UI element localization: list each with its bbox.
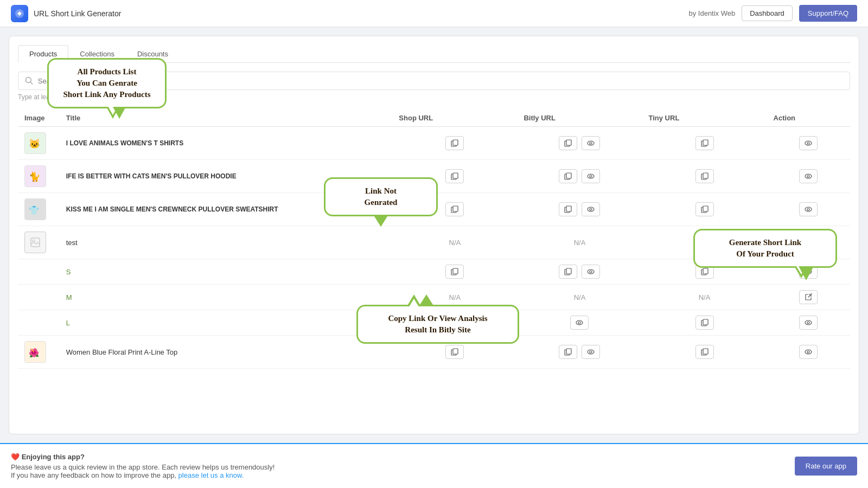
row4-title: test <box>60 226 393 259</box>
table-row: 🌺 Women Blue Floral Print A-Line Top <box>18 336 850 369</box>
copy-shopurl-btn[interactable] <box>445 316 464 330</box>
row4-bitlyurl: N/A <box>517 226 642 259</box>
na-text: N/A <box>449 239 461 247</box>
external-link-btn[interactable] <box>799 290 818 304</box>
row3-bitlyurl <box>517 193 642 226</box>
svg-rect-29 <box>566 206 571 211</box>
svg-rect-62 <box>453 349 458 354</box>
view-bitly-btn[interactable] <box>570 316 589 330</box>
row6-shopurl: N/A <box>392 285 517 310</box>
view-action-btn[interactable] <box>799 316 818 330</box>
view-bitly-btn[interactable] <box>582 345 600 359</box>
view-bitly-btn[interactable] <box>582 202 600 216</box>
view-action-btn[interactable] <box>799 169 818 183</box>
row1-image: 🐱 <box>18 127 60 160</box>
copy-bitly-btn[interactable] <box>559 345 577 359</box>
row7-tinyurl <box>642 310 767 336</box>
table-row: L <box>18 310 850 336</box>
view-action-btn[interactable] <box>799 202 818 216</box>
copy-tiny-btn[interactable] <box>695 202 714 216</box>
copy-shopurl-btn[interactable] <box>445 345 464 359</box>
app-title: URL Short Link Generator <box>34 9 121 18</box>
footer-link[interactable]: please let us a know. <box>178 471 244 479</box>
view-action-btn[interactable] <box>799 136 818 150</box>
svg-rect-27 <box>453 206 458 211</box>
footer-text2: If you have any feedback on how to impro… <box>11 471 275 479</box>
variant-label: M <box>66 293 72 301</box>
tab-discounts[interactable]: Discounts <box>126 45 180 62</box>
row6-variant: M <box>60 285 393 310</box>
product-thumbnail-placeholder <box>24 232 46 253</box>
dashboard-button[interactable]: Dashboard <box>742 5 793 21</box>
copy-tiny-btn[interactable] <box>695 316 714 330</box>
footer: ❤️ Enjoying this app? Please leave us a … <box>0 443 868 488</box>
view-bitly-btn[interactable] <box>582 169 600 183</box>
row1-tinyurl <box>642 127 767 160</box>
svg-point-50 <box>805 269 812 274</box>
copy-bitly-btn[interactable] <box>559 136 577 150</box>
copy-shopurl-btn[interactable] <box>445 169 464 183</box>
top-right-section: by Identix Web Dashboard Support/FAQ <box>688 5 857 22</box>
row2-bitlyurl <box>517 160 642 193</box>
svg-rect-39 <box>703 239 708 245</box>
table-row: test N/A N/A <box>18 226 850 259</box>
copy-tiny-btn[interactable] <box>695 235 714 249</box>
view-action-btn[interactable] <box>799 265 818 279</box>
copy-bitly-btn[interactable] <box>559 265 577 279</box>
table-row: S <box>18 259 850 285</box>
na-text: N/A <box>699 293 711 301</box>
copy-shopurl-btn[interactable] <box>445 136 464 150</box>
row5-variant: S <box>60 259 393 285</box>
copy-bitly-btn[interactable] <box>559 169 577 183</box>
svg-rect-22 <box>703 173 708 178</box>
product-thumbnail: 👕 <box>24 198 46 220</box>
table-row: 🐱 I LOVE ANIMALS WOMEN'S T SHIRTS <box>18 127 850 160</box>
table-row: 🐈 IFE IS BETTER WITH CATS MEN'S PULLOVER… <box>18 160 850 193</box>
copy-tiny-btn[interactable] <box>695 345 714 359</box>
svg-rect-16 <box>453 173 458 178</box>
row1-bitlyurl <box>517 127 642 160</box>
svg-point-40 <box>805 240 812 245</box>
svg-point-24 <box>807 175 809 177</box>
copy-shopurl-btn[interactable] <box>445 265 464 279</box>
row8-bitlyurl <box>517 336 642 369</box>
tab-collections[interactable]: Collections <box>68 45 126 62</box>
variant-label: S <box>66 268 71 276</box>
svg-rect-11 <box>703 140 708 145</box>
row8-title: Women Blue Floral Print A-Line Top <box>60 336 393 369</box>
svg-point-54 <box>576 320 583 325</box>
copy-bitly-btn[interactable] <box>559 202 577 216</box>
svg-point-12 <box>805 141 812 145</box>
main-content: All Products List You Can Genrate Short … <box>9 36 859 434</box>
products-table: Image Title Shop URL Bitly URL Tiny URL … <box>18 110 850 369</box>
copy-tiny-btn[interactable] <box>695 169 714 183</box>
search-hint: Type at least 3 characters <box>18 93 850 101</box>
row7-shopurl <box>392 310 517 336</box>
search-bar <box>18 72 850 90</box>
view-bitly-btn[interactable] <box>582 136 600 150</box>
copy-shopurl-btn[interactable] <box>445 202 464 216</box>
svg-rect-33 <box>703 206 708 211</box>
row2-image: 🐈 <box>18 160 60 193</box>
view-action-btn[interactable] <box>799 345 818 359</box>
copy-tiny-btn[interactable] <box>695 265 714 279</box>
row1-action <box>767 127 850 160</box>
row7-variant: L <box>60 310 393 336</box>
view-bitly-btn[interactable] <box>582 265 600 279</box>
product-thumbnail: 🌺 <box>24 341 46 363</box>
tab-products[interactable]: Products <box>18 45 68 63</box>
view-action-btn[interactable] <box>799 235 818 249</box>
rate-app-button[interactable]: Rate our app <box>795 457 857 476</box>
support-button[interactable]: Support/FAQ <box>799 5 857 22</box>
tabs-container: Products Collections Discounts <box>18 45 850 63</box>
by-text: by Identix Web <box>688 9 735 17</box>
table-row: 👕 KISS ME I AM SINGLE MEN'S CREWNECK PUL… <box>18 193 850 226</box>
svg-point-34 <box>805 207 812 211</box>
row3-tinyurl <box>642 193 767 226</box>
svg-point-13 <box>807 142 809 144</box>
search-input[interactable] <box>38 77 843 85</box>
copy-tiny-btn[interactable] <box>695 136 714 150</box>
row2-action <box>767 160 850 193</box>
svg-point-31 <box>590 208 592 210</box>
svg-text:🐱: 🐱 <box>29 138 41 150</box>
